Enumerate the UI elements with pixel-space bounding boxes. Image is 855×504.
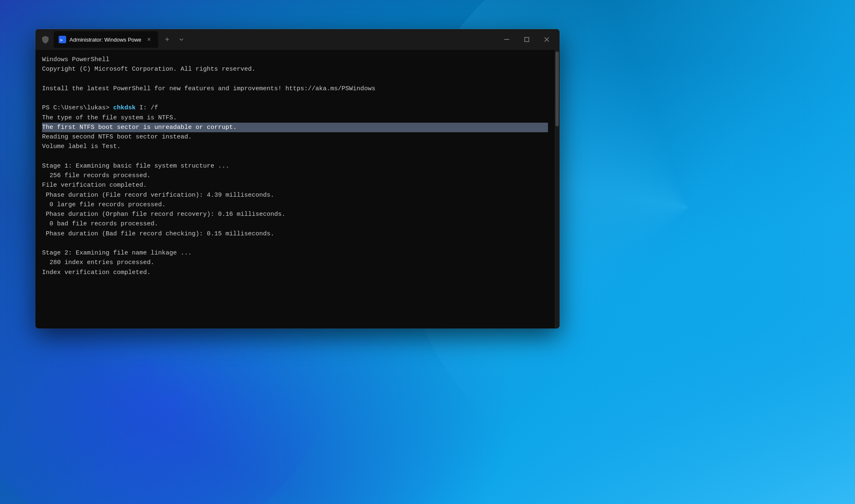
terminal-line: Volume label is Test.	[42, 142, 548, 151]
minimize-button[interactable]	[497, 33, 516, 46]
close-button[interactable]	[537, 33, 556, 46]
terminal-line: 0 bad file records processed.	[42, 219, 548, 229]
svg-text:>_: >_	[60, 37, 65, 42]
window-controls	[497, 33, 556, 46]
active-tab[interactable]: >_ Administrator: Windows Powe ✕	[54, 31, 158, 48]
terminal-line-command: PS C:\Users\lukas> chkdsk I: /f	[42, 103, 548, 113]
shield-icon	[39, 33, 52, 46]
tab-title: Administrator: Windows Powe	[69, 37, 141, 43]
terminal-output[interactable]: Windows PowerShellCopyright (C) Microsof…	[35, 50, 555, 329]
terminal-line: 256 file records processed.	[42, 171, 548, 180]
svg-rect-2	[525, 37, 529, 42]
terminal-line: Phase duration (File record verification…	[42, 190, 548, 200]
terminal-line-highlighted: The first NTFS boot sector is unreadable…	[42, 123, 548, 132]
maximize-button[interactable]	[517, 33, 536, 46]
terminal-line: Stage 2: Examining file name linkage ...	[42, 248, 548, 258]
terminal-line-empty	[42, 94, 548, 103]
scrollbar[interactable]	[555, 50, 560, 329]
tab-dropdown-button[interactable]	[175, 33, 188, 46]
terminal-line: 280 index entries processed.	[42, 258, 548, 267]
new-tab-button[interactable]: +	[161, 33, 174, 46]
terminal-body: Windows PowerShellCopyright (C) Microsof…	[35, 50, 560, 329]
svg-rect-1	[504, 39, 509, 40]
terminal-line: Index verification completed.	[42, 268, 548, 277]
terminal-line-empty	[42, 239, 548, 248]
terminal-line: Reading second NTFS boot sector instead.	[42, 132, 548, 142]
terminal-line: Phase duration (Bad file record checking…	[42, 229, 548, 239]
terminal-line: Windows PowerShell	[42, 55, 548, 64]
terminal-line: Phase duration (Orphan file record recov…	[42, 210, 548, 219]
terminal-line: File verification completed.	[42, 180, 548, 190]
title-bar: >_ Administrator: Windows Powe ✕ +	[35, 29, 560, 50]
terminal-line-empty	[42, 74, 548, 84]
powershell-tab-icon: >_	[59, 36, 66, 43]
terminal-line: Stage 1: Examining basic file system str…	[42, 161, 548, 171]
terminal-window: >_ Administrator: Windows Powe ✕ +	[35, 29, 560, 329]
scrollbar-thumb[interactable]	[555, 52, 559, 126]
tab-close-button[interactable]: ✕	[145, 35, 153, 44]
terminal-line: 0 large file records processed.	[42, 200, 548, 210]
terminal-line-empty	[42, 152, 548, 161]
terminal-line: The type of the file system is NTFS.	[42, 113, 548, 123]
tab-area: >_ Administrator: Windows Powe ✕ +	[39, 29, 497, 50]
terminal-line: Install the latest PowerShell for new fe…	[42, 84, 548, 94]
terminal-line: Copyright (C) Microsoft Corporation. All…	[42, 64, 548, 74]
